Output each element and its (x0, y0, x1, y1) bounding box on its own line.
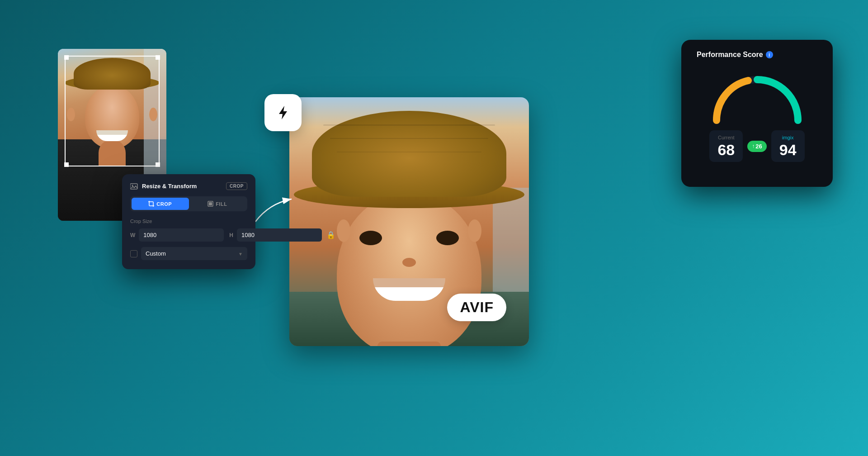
lock-icon: 🔒 (326, 231, 335, 239)
crop-button[interactable]: CROP (132, 198, 189, 210)
image-icon (130, 183, 138, 190)
current-value: 68 (717, 142, 735, 157)
avif-text: AVIF (460, 299, 494, 315)
resize-transform-panel: Resize & Transform CROP CROP FILL Crop S… (122, 174, 255, 269)
toggle-row: CROP FILL (130, 196, 247, 211)
lightning-bolt-container (264, 94, 302, 131)
crop-badge: CROP (226, 182, 247, 190)
width-input[interactable] (139, 228, 224, 242)
svg-rect-2 (149, 202, 153, 206)
imgix-score-box: imgix 94 (771, 130, 805, 162)
avif-badge: AVIF (447, 294, 506, 321)
width-label: W (130, 232, 135, 238)
custom-select[interactable]: Custom 1:1 16:9 4:3 3:2 (141, 247, 247, 260)
lightning-icon (274, 104, 292, 121)
gauge-container (708, 66, 807, 125)
fill-button[interactable]: FILL (189, 198, 246, 210)
size-inputs-row: W H 🔒 (130, 228, 247, 242)
custom-dropdown-row: Custom 1:1 16:9 4:3 3:2 ▼ (130, 247, 247, 260)
fill-icon (208, 201, 213, 207)
aspect-ratio-icon (130, 250, 137, 257)
svg-marker-9 (279, 106, 287, 119)
crop-button-label: CROP (156, 201, 172, 207)
panel-header: Resize & Transform CROP (130, 182, 247, 190)
score-delta-badge: ↑ 26 (747, 141, 766, 152)
imgix-value: 94 (779, 142, 797, 157)
perf-title-row: Performance Score i (697, 51, 773, 59)
panel-title: Resize & Transform (142, 183, 197, 190)
perf-title: Performance Score (697, 51, 763, 59)
crop-icon (148, 201, 154, 207)
performance-score-card: Performance Score i Current 68 ↑ 26 imgi… (681, 40, 833, 187)
crop-selection-box (65, 56, 160, 166)
crop-size-label: Crop Size (130, 218, 247, 224)
info-icon: i (766, 51, 773, 58)
center-photo: AVIF (289, 97, 529, 346)
current-score-box: Current 68 (709, 130, 743, 162)
delta-value: 26 (755, 143, 762, 150)
current-label: Current (717, 135, 735, 140)
height-input[interactable] (237, 228, 322, 242)
score-row: Current 68 ↑ 26 imgix 94 (692, 130, 822, 162)
gauge-svg (708, 66, 807, 125)
imgix-label: imgix (779, 135, 797, 140)
fill-button-label: FILL (216, 201, 227, 207)
height-label: H (229, 232, 233, 238)
svg-rect-8 (209, 202, 212, 205)
delta-arrow: ↑ (752, 143, 755, 149)
